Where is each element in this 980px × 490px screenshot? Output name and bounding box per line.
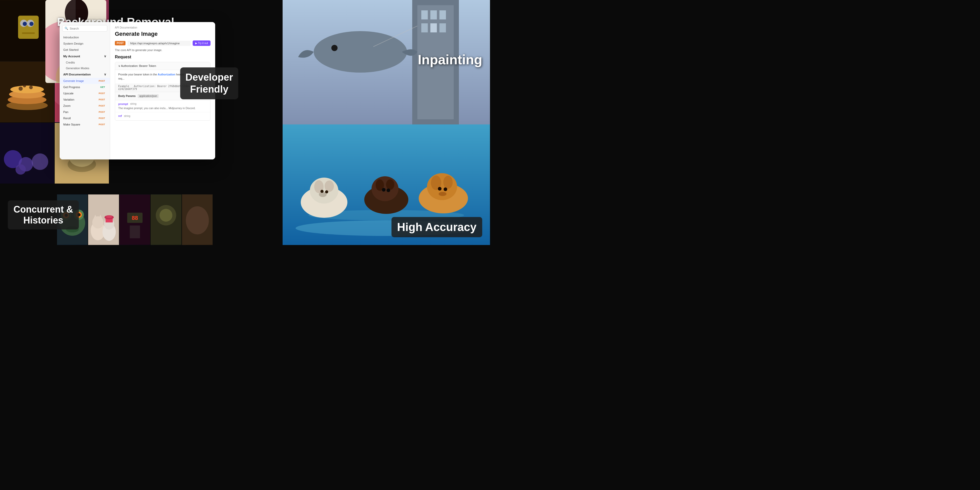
endpoint-row: POST https://api.imaginepro.ai/api/v1/im…	[115, 40, 210, 46]
sidebar-item-zoom[interactable]: Zoom POST	[60, 103, 110, 109]
concurrent-label: Concurrent & Histories	[8, 200, 79, 229]
svg-rect-47	[421, 10, 428, 19]
svg-point-106	[186, 206, 209, 235]
content-type-badge: application/json	[138, 94, 159, 98]
sidebar-group-my-account[interactable]: My Account ∨	[60, 53, 110, 60]
svg-point-77	[444, 188, 447, 191]
strip-cats	[88, 194, 119, 245]
sidebar-item-variation[interactable]: Variation POST	[60, 97, 110, 103]
strip-misc1	[151, 194, 181, 245]
svg-point-60	[310, 178, 338, 204]
param-row-prompt: prompt string The imagine prompt, you ca…	[115, 100, 210, 112]
sidebar-item-introduction[interactable]: Introduction	[60, 34, 110, 40]
method-badge-post-3: POST	[97, 98, 106, 101]
search-input[interactable]	[70, 27, 105, 30]
developer-friendly-badge: Developer Friendly	[180, 67, 238, 99]
api-title: Generate Image	[115, 30, 210, 37]
method-badge-get: GET	[99, 85, 106, 89]
param-type-prompt: string	[130, 102, 136, 105]
sidebar-item-upscale[interactable]: Upscale POST	[60, 90, 110, 97]
svg-rect-48	[430, 10, 437, 19]
param-type-ref: string	[124, 115, 130, 118]
svg-point-76	[438, 187, 442, 191]
sidebar-item-get-started[interactable]: Get Started	[60, 47, 110, 53]
sidebar-item-generate-image[interactable]: Generate Image POST	[60, 78, 110, 84]
svg-point-62	[325, 180, 334, 192]
api-description: The core API to generate your image.	[115, 48, 210, 52]
svg-point-71	[387, 188, 390, 192]
inpainting-label: Inpainting	[418, 52, 482, 67]
svg-rect-50	[421, 23, 428, 32]
param-row-ref: ref string	[115, 112, 210, 120]
method-badge-post-5: POST	[97, 110, 106, 114]
param-desc-prompt: The imagine prompt, you can also inclu..…	[118, 106, 207, 110]
svg-point-97	[106, 215, 112, 218]
svg-point-104	[160, 209, 172, 222]
method-badge-post-1: POST	[97, 79, 106, 83]
svg-rect-101	[130, 226, 140, 238]
sidebar-item-system-design[interactable]: System Design	[60, 40, 110, 47]
svg-point-19	[23, 84, 26, 88]
svg-point-70	[382, 188, 385, 192]
svg-point-78	[439, 192, 447, 196]
sidebar-group-api-documentation[interactable]: API Documentation ∨	[60, 71, 110, 78]
chevron-down-icon: ∨	[104, 54, 106, 58]
auth-link[interactable]: Authorization	[158, 73, 175, 76]
param-name-prompt: prompt	[118, 102, 128, 105]
strip-misc2	[182, 194, 213, 245]
param-name-ref: ref	[118, 115, 122, 118]
svg-rect-29	[0, 123, 54, 183]
svg-point-18	[29, 86, 33, 89]
svg-point-17	[19, 87, 23, 91]
svg-point-69	[386, 180, 395, 190]
try-it-out-button[interactable]: ▶ Try it out	[192, 40, 210, 46]
collage-cell-5	[0, 123, 54, 184]
svg-point-54	[331, 45, 337, 51]
sidebar-sub-generation-modes[interactable]: Generation Modes	[60, 65, 110, 71]
svg-point-64	[320, 190, 323, 193]
method-badge-post-6: POST	[97, 116, 106, 120]
search-box[interactable]: 🔍	[62, 25, 107, 32]
endpoint-url: https://api.imaginepro.ai/api/v1/imagine	[127, 41, 191, 46]
svg-rect-51	[430, 23, 437, 32]
svg-text:88: 88	[132, 215, 138, 221]
api-section-label: API Documentation	[115, 26, 210, 29]
svg-point-73	[427, 173, 457, 200]
sidebar-item-reroll[interactable]: Reroll POST	[60, 115, 110, 121]
chevron-down-icon-api: ∨	[104, 73, 106, 76]
sidebar-item-make-square[interactable]: Make Square POST	[60, 121, 110, 127]
high-accuracy-label: High Accuracy	[391, 217, 482, 237]
sidebar-sub-credits[interactable]: Credits	[60, 60, 110, 65]
svg-rect-52	[439, 23, 446, 32]
search-icon: 🔍	[65, 27, 68, 30]
method-badge-post-4: POST	[97, 104, 106, 108]
svg-point-16	[10, 86, 44, 93]
sidebar-item-get-progress[interactable]: Get Progress GET	[60, 84, 110, 90]
svg-point-75	[443, 176, 453, 189]
svg-point-65	[325, 190, 328, 193]
svg-rect-49	[439, 10, 446, 19]
method-badge-post-7: POST	[97, 123, 106, 126]
method-badge-post-2: POST	[97, 92, 106, 95]
sidebar-item-pan[interactable]: Pan POST	[60, 109, 110, 115]
post-badge: POST	[115, 41, 126, 45]
bottom-image-strip: 88	[57, 194, 213, 245]
request-section-title: Request	[115, 55, 210, 59]
strip-person: 88	[119, 194, 150, 245]
api-sidebar: 🔍 Introduction System Design Get Started…	[60, 22, 110, 159]
